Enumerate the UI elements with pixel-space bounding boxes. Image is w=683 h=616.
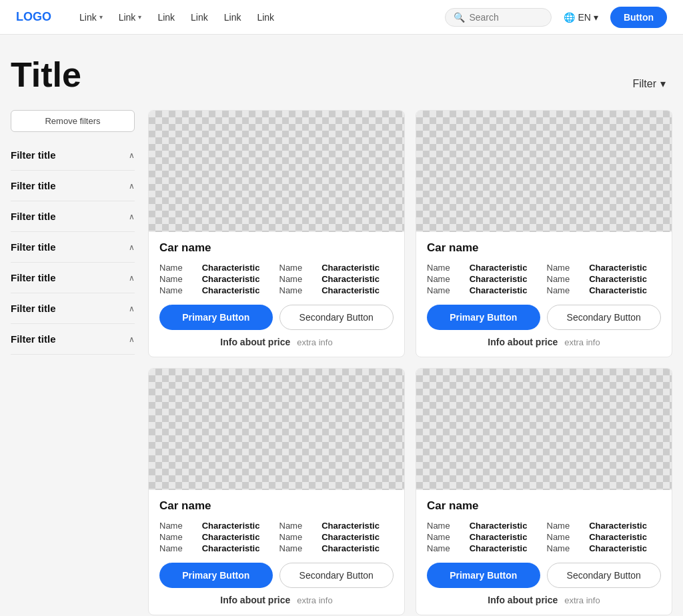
spec-value: Characteristic — [589, 274, 661, 284]
spec-value: Characteristic — [470, 532, 542, 542]
spec-value: Characteristic — [202, 285, 274, 295]
chevron-up-icon: ∧ — [129, 304, 135, 313]
spec-name: Name — [279, 263, 317, 273]
remove-filters-button[interactable]: Remove filters — [11, 110, 135, 132]
spec-name: Name — [159, 543, 197, 553]
card-body: Car name Name Characteristic Name Charac… — [416, 232, 672, 357]
spec-name: Name — [547, 285, 584, 295]
chevron-down-icon: ▾ — [99, 13, 103, 21]
primary-button[interactable]: Primary Button — [159, 305, 273, 330]
secondary-button[interactable]: Secondary Button — [547, 563, 662, 588]
card-name: Car name — [159, 241, 394, 255]
card-image — [416, 111, 672, 232]
card-image — [416, 369, 672, 490]
card-specs: Name Characteristic Name Characteristic … — [427, 521, 661, 553]
spec-value: Characteristic — [470, 543, 542, 553]
spec-name: Name — [547, 543, 584, 553]
spec-name: Name — [427, 263, 464, 273]
secondary-button[interactable]: Secondary Button — [547, 305, 662, 330]
spec-value: Characteristic — [202, 263, 274, 273]
nav-cta-button[interactable]: Button — [610, 7, 667, 28]
logo[interactable]: LOGO — [16, 10, 51, 24]
spec-name: Name — [547, 521, 584, 531]
card-name: Car name — [427, 499, 661, 513]
spec-value: Characteristic — [321, 543, 394, 553]
card-body: Car name Name Characteristic Name Charac… — [416, 490, 672, 615]
card-image — [149, 369, 404, 490]
language-selector[interactable]: 🌐 EN ▾ — [557, 8, 604, 27]
spec-value: Characteristic — [202, 532, 274, 542]
card-actions: Primary Button Secondary Button — [427, 563, 661, 588]
filter-section-7[interactable]: Filter title ∧ — [11, 324, 135, 355]
car-card-2: Car name Name Characteristic Name Charac… — [416, 110, 672, 357]
page-title: Title — [11, 56, 81, 94]
spec-value: Characteristic — [470, 263, 542, 273]
spec-value: Characteristic — [589, 285, 661, 295]
spec-name: Name — [547, 532, 584, 542]
filter-section-4[interactable]: Filter title ∧ — [11, 232, 135, 263]
chevron-up-icon: ∧ — [129, 273, 135, 283]
card-image — [149, 111, 404, 232]
car-card-3: Car name Name Characteristic Name Charac… — [148, 368, 405, 615]
price-extra: extra info — [564, 337, 600, 347]
card-price: Info about price extra info — [159, 337, 394, 347]
filter-section-1[interactable]: Filter title ∧ — [11, 140, 135, 171]
spec-name: Name — [427, 285, 464, 295]
primary-button[interactable]: Primary Button — [159, 563, 273, 588]
page-header: Title Filter ▾ — [11, 56, 672, 94]
chevron-down-icon: ▾ — [138, 13, 141, 21]
primary-button[interactable]: Primary Button — [427, 563, 540, 588]
page-container: Title Filter ▾ Remove filters Filter tit… — [0, 35, 683, 616]
spec-name: Name — [547, 274, 584, 284]
nav-link-6[interactable]: Link — [250, 8, 281, 27]
nav-link-2[interactable]: Link ▾ — [112, 8, 149, 27]
chevron-down-icon: ▾ — [660, 77, 666, 90]
navbar: LOGO Link ▾ Link ▾ Link Link Link Link 🔍… — [0, 0, 683, 35]
spec-value: Characteristic — [589, 543, 661, 553]
nav-link-5[interactable]: Link — [217, 8, 248, 27]
globe-icon: 🌐 — [564, 12, 575, 23]
spec-value: Characteristic — [470, 521, 542, 531]
spec-name: Name — [427, 521, 464, 531]
card-grid: Car name Name Characteristic Name Charac… — [148, 110, 672, 615]
spec-name: Name — [279, 285, 317, 295]
spec-value: Characteristic — [202, 543, 274, 553]
spec-value: Characteristic — [589, 263, 661, 273]
spec-value: Characteristic — [589, 521, 661, 531]
secondary-button[interactable]: Secondary Button — [279, 563, 394, 588]
spec-value: Characteristic — [589, 532, 661, 542]
filter-toggle[interactable]: Filter ▾ — [626, 73, 672, 94]
spec-value: Characteristic — [321, 521, 394, 531]
nav-link-3[interactable]: Link — [151, 8, 181, 27]
filter-section-2[interactable]: Filter title ∧ — [11, 171, 135, 201]
spec-name: Name — [159, 521, 197, 531]
spec-value: Characteristic — [470, 274, 542, 284]
card-price: Info about price extra info — [427, 595, 661, 605]
spec-value: Characteristic — [202, 274, 274, 284]
nav-link-4[interactable]: Link — [184, 8, 215, 27]
spec-name: Name — [279, 532, 317, 542]
chevron-down-icon: ▾ — [594, 12, 598, 23]
spec-name: Name — [547, 263, 584, 273]
filter-section-5[interactable]: Filter title ∧ — [11, 263, 135, 293]
spec-name: Name — [159, 274, 197, 284]
price-extra: extra info — [564, 595, 600, 605]
spec-value: Characteristic — [470, 285, 542, 295]
card-actions: Primary Button Secondary Button — [159, 563, 394, 588]
price-extra: extra info — [297, 595, 332, 605]
primary-button[interactable]: Primary Button — [427, 305, 540, 330]
chevron-up-icon: ∧ — [129, 151, 135, 160]
spec-name: Name — [159, 285, 197, 295]
filter-section-3[interactable]: Filter title ∧ — [11, 201, 135, 232]
spec-value: Characteristic — [321, 274, 394, 284]
secondary-button[interactable]: Secondary Button — [279, 305, 394, 330]
spec-name: Name — [427, 543, 464, 553]
search-bar[interactable]: 🔍 — [445, 8, 552, 27]
search-input[interactable] — [469, 12, 543, 23]
nav-link-1[interactable]: Link ▾ — [73, 8, 109, 27]
price-label: Info about price — [488, 337, 558, 347]
price-label: Info about price — [488, 595, 558, 605]
filter-section-6[interactable]: Filter title ∧ — [11, 293, 135, 324]
card-name: Car name — [427, 241, 661, 255]
spec-value: Characteristic — [321, 285, 394, 295]
